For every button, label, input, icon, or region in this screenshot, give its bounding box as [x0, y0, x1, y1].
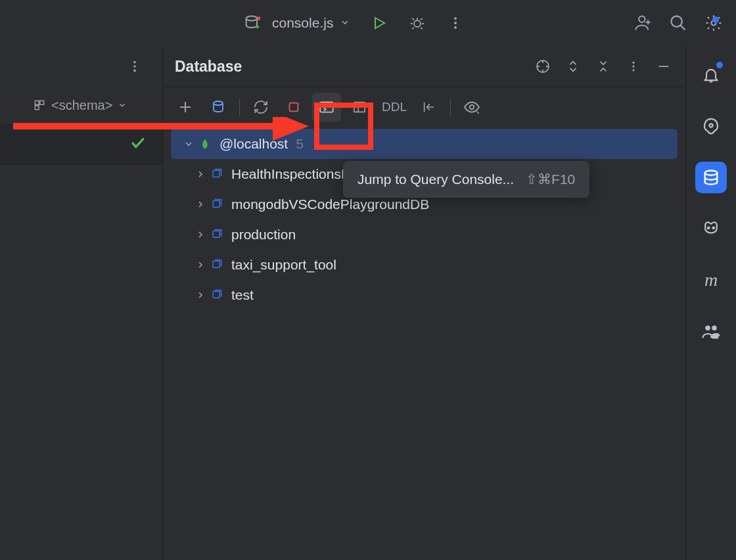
status-check-icon: [129, 134, 147, 154]
main-toolbar: console.js: [0, 0, 736, 46]
minimize-button[interactable]: [654, 57, 674, 76]
mongodb-icon: [197, 136, 213, 152]
svg-point-16: [632, 65, 634, 67]
svg-point-9: [133, 65, 136, 68]
database-icon: [209, 227, 225, 243]
svg-point-3: [454, 22, 457, 24]
svg-point-10: [133, 70, 136, 72]
current-file-dropdown[interactable]: console.js: [272, 15, 350, 31]
schema-node[interactable]: taxi_support_tool: [163, 250, 685, 280]
tooltip-shortcut: ⇧⌘F10: [526, 172, 575, 187]
panel-options-button[interactable]: [126, 57, 144, 76]
svg-point-4: [454, 26, 457, 29]
schema-selector[interactable]: <schema>: [0, 87, 162, 124]
panel-menu-button[interactable]: [624, 57, 643, 76]
meridian-button[interactable]: m: [695, 264, 727, 296]
run-button[interactable]: [370, 14, 388, 32]
schema-label: mongodbVSCodePlaygroundDB: [231, 197, 429, 212]
chevron-down-icon: [340, 15, 350, 31]
svg-rect-34: [712, 335, 718, 338]
database-panel-title: Database: [175, 58, 533, 76]
svg-point-29: [705, 171, 718, 175]
svg-rect-25: [213, 231, 219, 237]
svg-point-28: [710, 124, 713, 127]
database-icon: [209, 197, 225, 212]
left-side-panel: <schema>: [0, 46, 163, 560]
collapse-icon[interactable]: [180, 135, 197, 152]
datasource-node[interactable]: @localhost 5: [171, 129, 678, 159]
schema-node[interactable]: test: [163, 280, 685, 310]
toolbar-separator: [450, 98, 451, 116]
svg-rect-27: [213, 291, 219, 298]
toolbar-separator: [239, 98, 240, 116]
expand-icon[interactable]: [192, 226, 209, 243]
expand-icon[interactable]: [192, 166, 209, 183]
svg-point-0: [246, 16, 257, 21]
notifications-button[interactable]: [695, 59, 727, 91]
schema-label: HealthInspectionsDB: [231, 166, 360, 182]
more-actions-button[interactable]: [446, 14, 465, 32]
tooltip: Jump to Query Console... ⇧⌘F10: [343, 161, 589, 198]
database-toolbar: DDL: [163, 87, 685, 126]
collapse-button[interactable]: [593, 57, 613, 76]
svg-point-17: [632, 69, 634, 71]
stop-button[interactable]: [279, 93, 308, 122]
table-button[interactable]: [345, 93, 374, 122]
settings-button[interactable]: [704, 14, 723, 32]
expand-button[interactable]: [563, 57, 583, 76]
schema-label: production: [231, 227, 296, 243]
expand-icon[interactable]: [192, 287, 209, 304]
svg-point-30: [708, 227, 710, 229]
chevron-down-icon: [118, 101, 127, 110]
db-file-icon: [243, 14, 262, 32]
ai-assistant-button[interactable]: [695, 110, 727, 142]
svg-point-33: [712, 325, 717, 331]
svg-rect-20: [320, 102, 333, 112]
current-file-name: console.js: [272, 15, 333, 31]
database-icon: [209, 257, 225, 273]
right-tool-stripe: m: [686, 46, 736, 560]
datasource-properties-button[interactable]: [204, 93, 233, 122]
import-button[interactable]: [415, 93, 444, 122]
expand-icon[interactable]: [192, 256, 209, 273]
target-button[interactable]: [533, 57, 553, 76]
svg-rect-24: [213, 200, 219, 207]
datasource-count: 5: [296, 136, 304, 152]
svg-point-8: [133, 61, 136, 64]
database-icon: [209, 287, 225, 303]
collaborators-button[interactable]: [695, 315, 727, 347]
schema-node[interactable]: production: [163, 220, 685, 250]
svg-point-31: [713, 227, 715, 229]
svg-rect-19: [290, 103, 298, 111]
ddl-button[interactable]: DDL: [378, 100, 411, 114]
svg-rect-23: [213, 170, 219, 177]
svg-rect-11: [35, 101, 39, 105]
database-header: Database: [163, 46, 685, 87]
svg-point-18: [214, 101, 223, 105]
code-with-me-button[interactable]: [633, 14, 652, 32]
copilot-button[interactable]: [695, 213, 727, 245]
database-tree: @localhost 5 HealthInspectionsDB: [163, 126, 685, 313]
svg-point-22: [470, 105, 474, 109]
schema-label: <schema>: [51, 98, 112, 113]
svg-rect-12: [40, 101, 44, 105]
svg-point-1: [414, 20, 421, 27]
database-tool-window: Database: [163, 46, 686, 560]
add-datasource-button[interactable]: [171, 93, 200, 122]
view-options-button[interactable]: [457, 93, 486, 122]
svg-point-15: [632, 62, 634, 64]
svg-rect-13: [35, 106, 39, 110]
schema-label: taxi_support_tool: [231, 257, 336, 273]
search-button[interactable]: [669, 14, 687, 32]
jump-to-console-button[interactable]: [312, 93, 341, 122]
refresh-button[interactable]: [246, 93, 275, 122]
svg-point-2: [454, 17, 457, 20]
svg-point-6: [672, 16, 682, 27]
expand-icon[interactable]: [192, 196, 209, 213]
svg-rect-26: [213, 261, 219, 268]
debug-button[interactable]: [408, 14, 426, 32]
database-icon: [209, 166, 225, 182]
schema-icon: [33, 99, 46, 112]
database-tool-button[interactable]: [695, 162, 727, 193]
tooltip-label: Jump to Query Console...: [357, 172, 514, 187]
